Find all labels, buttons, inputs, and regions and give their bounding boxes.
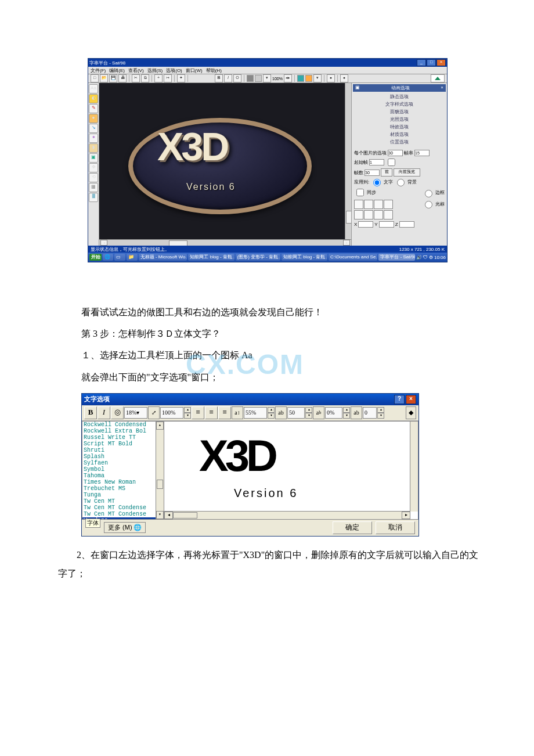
menu-edit[interactable]: 编辑(E)	[109, 67, 125, 74]
font-option[interactable]: Trebuchet MS	[82, 485, 164, 492]
tb-save-icon[interactable]: 💾	[109, 74, 117, 82]
tray-icon-1[interactable]: 🔊	[416, 255, 422, 260]
align-right-button[interactable]: ≡	[218, 406, 231, 419]
tb-dropdown-icon[interactable]: ▾	[263, 74, 271, 82]
font-option[interactable]: Tw Cen MT Condense	[82, 505, 164, 511]
tray-icon-3[interactable]: ⚙	[429, 255, 433, 260]
lead-spinner[interactable]: ▴▾	[377, 407, 384, 419]
preset-8[interactable]	[384, 210, 393, 219]
close-button[interactable]: ×	[436, 59, 446, 66]
align-center-button[interactable]: ≡	[205, 406, 218, 419]
apply-bg-radio[interactable]	[397, 179, 405, 186]
menu-view[interactable]: 查看(V)	[128, 67, 144, 74]
cube-tool-icon[interactable]: ▣	[89, 153, 98, 163]
tb-color2-swatch[interactable]	[305, 75, 312, 82]
coord-y-input[interactable]	[379, 221, 394, 228]
font-option[interactable]: Tahoma	[82, 473, 164, 479]
track-spinner[interactable]: ▴▾	[305, 407, 312, 419]
preview-button[interactable]: 向前预览	[394, 168, 420, 177]
text-tool-icon[interactable]: Aa	[89, 84, 98, 93]
frames-per-image-input[interactable]	[388, 150, 403, 156]
text-preview[interactable]: X3D Version 6 ◂▸	[164, 421, 418, 520]
ql-folder-icon[interactable]: 📁	[127, 254, 138, 261]
ql-desktop-icon[interactable]: ▭	[114, 254, 125, 261]
tb-outline-icon[interactable]: O	[233, 74, 241, 82]
taskbar-item-1[interactable]: 无标题 - Microsoft Wo…	[139, 254, 187, 261]
tb-drop4-icon[interactable]: ●	[340, 74, 348, 82]
tb-print-icon[interactable]: 🖶	[118, 74, 127, 82]
tb-italic-icon[interactable]: I	[224, 74, 232, 82]
preset-3[interactable]	[374, 200, 383, 209]
more-fonts-button[interactable]: 更多 (M)🌐	[104, 522, 146, 533]
bold-button[interactable]: B	[84, 406, 97, 419]
ok-button[interactable]: 确定	[333, 521, 372, 534]
scale-spinner[interactable]: ▴▾	[184, 407, 191, 419]
shape-tool-icon[interactable]: ◗	[89, 143, 98, 153]
font-option[interactable]: Symbol	[82, 466, 164, 473]
magic-tool-icon[interactable]: ✶	[89, 134, 98, 143]
panel-item-position[interactable]: 位置选项	[353, 138, 446, 146]
lead-input[interactable]: 0	[363, 407, 377, 419]
font-option[interactable]: Shruti	[82, 447, 164, 453]
tray-icon-2[interactable]: 🛡	[423, 255, 428, 260]
taskbar-item-4[interactable]: 知能网工 blog - 青瓶…	[282, 254, 327, 261]
color-tool-icon[interactable]: ◐	[89, 94, 98, 103]
startframe-input[interactable]	[369, 159, 384, 165]
panel-toggle-icon[interactable]: ▣	[355, 85, 360, 91]
outline-button[interactable]: ◎	[111, 406, 124, 419]
menu-options[interactable]: 选项(O)	[166, 67, 182, 74]
font-option[interactable]: Script MT Bold	[82, 441, 164, 447]
tb-new-icon[interactable]: □	[91, 74, 99, 82]
panel-item-effect[interactable]: 特效选项	[353, 123, 446, 131]
taskbar-item-2[interactable]: 知能网工 blog - 青瓶…	[188, 254, 234, 261]
tb-cut-icon[interactable]: ✂	[132, 74, 140, 82]
font-option[interactable]: Tw Cen MT	[82, 498, 164, 505]
framecount-input[interactable]	[365, 170, 380, 176]
sphere-tool-icon[interactable]: ●	[89, 114, 98, 123]
tb-fill-swatch[interactable]	[247, 75, 254, 82]
menu-window[interactable]: 窗口(W)	[186, 67, 203, 74]
apply-text-radio[interactable]	[373, 179, 381, 186]
track-input[interactable]: 50	[287, 407, 305, 419]
sub-spinner[interactable]: ▴▾	[343, 407, 350, 419]
kern-spinner[interactable]: ▴▾	[268, 407, 275, 419]
brush-tool-icon[interactable]: ✎	[89, 104, 98, 113]
tb-color1-swatch[interactable]	[297, 75, 304, 82]
font-option[interactable]: Russel Write TT	[82, 434, 164, 441]
loop-checkbox[interactable]	[388, 159, 395, 166]
coord-x-input[interactable]	[358, 221, 373, 228]
preview-vscroll[interactable]	[410, 422, 418, 512]
preset-4[interactable]	[384, 200, 393, 209]
menu-select[interactable]: 选择(S)	[147, 67, 163, 74]
font-option[interactable]: Rockwell Condensed	[82, 422, 164, 428]
dialog-close-button[interactable]: ×	[406, 395, 416, 404]
minimize-button[interactable]: _	[417, 59, 426, 66]
arrow-tool-icon[interactable]: ↘	[89, 124, 98, 133]
panel-item-face[interactable]: 面貌选项	[353, 108, 446, 116]
preset-7[interactable]	[374, 210, 383, 219]
cursor-radio[interactable]	[425, 201, 432, 208]
menu-file[interactable]: 文件(F)	[91, 67, 106, 74]
panel-item-light[interactable]: 光照选项	[353, 116, 446, 123]
taskbar-item-5[interactable]: C:\Documents and Se…	[329, 254, 377, 261]
taskbar-item-6[interactable]: 字率平台 - Sat/98	[378, 254, 415, 261]
sync-checkbox[interactable]	[356, 189, 364, 196]
tb-drop3-icon[interactable]: ●	[327, 74, 335, 82]
tb-stroke-swatch[interactable]	[255, 75, 262, 82]
kern-input[interactable]: 55%	[244, 407, 267, 419]
dialog-help-button[interactable]: ?	[394, 395, 405, 404]
preset-1[interactable]	[354, 200, 363, 209]
tb-copy-icon[interactable]: ⧉	[141, 74, 149, 82]
border-radio[interactable]	[425, 190, 432, 197]
tb-spin-icon[interactable]: ◂▸	[284, 74, 292, 82]
font-option[interactable]: Tw Cen MT Condense	[82, 511, 164, 517]
rotate-tool-icon[interactable]: ⟲	[89, 173, 98, 182]
font-option[interactable]: Rockwell Extra Bol	[82, 428, 164, 434]
font-option[interactable]: Splash	[82, 453, 164, 460]
panel-item-static[interactable]: 静态选项	[353, 93, 446, 100]
canvas-vscroll[interactable]	[345, 83, 351, 240]
panel-close-icon[interactable]: ×	[441, 85, 443, 91]
tb-bold-icon[interactable]: B	[215, 74, 223, 82]
start-button[interactable]: 开始	[89, 254, 102, 261]
preview-hscroll[interactable]: ◂▸	[164, 511, 410, 519]
